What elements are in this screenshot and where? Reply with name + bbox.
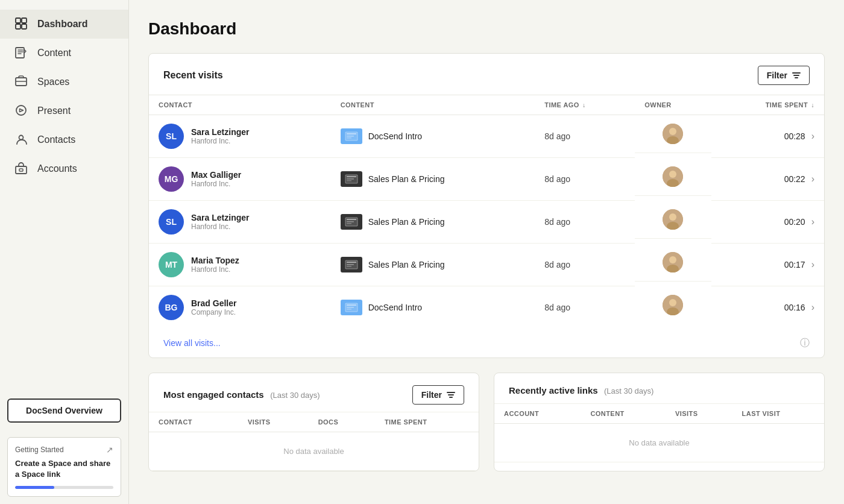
ra-col-account: ACCOUNT [494, 404, 581, 424]
sidebar-item-content[interactable]: Content [0, 39, 128, 68]
me-col-docs[interactable]: DOCS [309, 412, 375, 432]
content-name[interactable]: DocSend Intro [368, 303, 423, 312]
svg-rect-18 [347, 176, 356, 177]
page-title: Dashboard [148, 19, 825, 39]
dashboard-icon [14, 17, 29, 31]
recently-active-meta: (Last 30 days) [604, 386, 653, 395]
expand-chevron-icon[interactable]: › [811, 174, 814, 184]
filter-button[interactable]: Filter [758, 66, 810, 85]
present-icon [14, 104, 29, 118]
info-icon: ⓘ [800, 337, 810, 350]
svg-point-36 [669, 256, 676, 263]
expand-chevron-icon[interactable]: › [811, 131, 814, 142]
svg-rect-2 [16, 24, 20, 29]
content-name[interactable]: Sales Plan & Pricing [368, 217, 445, 227]
contact-company: Hanford Inc. [191, 180, 241, 188]
svg-rect-19 [347, 178, 354, 180]
content-cell: Sales Plan & Pricing [331, 244, 535, 286]
sidebar-nav: Dashboard Content Spaces [0, 0, 128, 398]
contact-name: Brad Geller [191, 298, 236, 308]
sidebar-item-label: Spaces [37, 77, 69, 87]
col-time-ago[interactable]: TIME AGO ↓ [535, 95, 635, 115]
svg-rect-11 [347, 133, 356, 134]
time-ago-cell: 8d ago [535, 201, 635, 244]
me-col-visits[interactable]: VISITS [238, 412, 309, 432]
svg-point-29 [669, 213, 676, 221]
time-ago-cell: 8d ago [535, 115, 635, 158]
table-row: MG Max Galliger Hanford Inc. [149, 158, 824, 201]
time-spent-cell: 00:17 › [711, 244, 824, 286]
avatar: MG [159, 166, 184, 192]
recently-active-title: Recently active links [509, 385, 598, 395]
owner-avatar [663, 209, 683, 230]
svg-point-22 [669, 171, 676, 178]
time-ago-cell: 8d ago [535, 244, 635, 286]
table-row: No data available [149, 432, 479, 471]
most-engaged-title: Most engaged contacts [163, 389, 264, 400]
owner-avatar [663, 166, 683, 187]
svg-rect-41 [347, 309, 351, 310]
ra-col-visits: VISITS [666, 404, 732, 424]
contact-cell: SL Sara Letzinger Hanford Inc. [149, 201, 331, 244]
expand-chevron-icon[interactable]: › [811, 216, 814, 227]
svg-rect-20 [347, 180, 351, 181]
expand-chevron-icon[interactable]: › [811, 259, 814, 270]
view-all-visits-link[interactable]: View all visits... [163, 329, 235, 358]
svg-rect-4 [16, 48, 24, 58]
filter-label: Filter [767, 71, 787, 80]
sidebar-item-accounts[interactable]: Accounts [0, 154, 128, 183]
svg-rect-12 [347, 136, 354, 137]
most-engaged-filter-button[interactable]: Filter [412, 385, 464, 405]
getting-started-title: Getting Started [15, 446, 64, 454]
table-row: SL Sara Letzinger Hanford Inc. [149, 115, 824, 158]
time-spent-value: 00:16 [784, 303, 805, 312]
svg-rect-13 [347, 137, 351, 139]
svg-rect-8 [16, 166, 27, 174]
sort-time-spent-icon: ↓ [811, 102, 814, 109]
contact-company: Hanford Inc. [191, 137, 249, 145]
owner-avatar [663, 124, 683, 144]
content-name[interactable]: Sales Plan & Pricing [368, 260, 445, 269]
contact-cell: BG Brad Geller Company Inc. [149, 286, 331, 329]
recently-active-table: ACCOUNT CONTENT VISITS LAST VISIT No dat… [494, 404, 824, 462]
time-spent-cell: 00:28 › [711, 115, 824, 158]
contact-company: Hanford Inc. [191, 265, 239, 274]
svg-rect-3 [22, 24, 27, 29]
sidebar-item-label: Accounts [37, 163, 77, 174]
avatar: BG [159, 295, 184, 320]
me-col-time-spent[interactable]: TIME SPENT [375, 412, 479, 432]
docsend-overview-button[interactable]: DocSend Overview [7, 398, 121, 423]
svg-rect-40 [347, 307, 354, 308]
time-ago-cell: 8d ago [535, 286, 635, 329]
sidebar-item-spaces[interactable]: Spaces [0, 68, 128, 96]
contact-cell: SL Sara Letzinger Hanford Inc. [149, 115, 331, 158]
content-cell: Sales Plan & Pricing [331, 158, 535, 201]
table-row: No data available [494, 424, 824, 462]
svg-rect-32 [347, 262, 356, 263]
time-spent-value: 00:20 [784, 217, 805, 227]
owner-avatar [663, 252, 683, 272]
recent-visits-title: Recent visits [163, 70, 223, 81]
svg-point-15 [669, 128, 676, 135]
content-name[interactable]: Sales Plan & Pricing [368, 174, 445, 184]
content-name[interactable]: DocSend Intro [368, 131, 423, 141]
recent-visits-header: Recent visits Filter [149, 54, 824, 95]
doc-thumbnail [341, 214, 362, 230]
doc-thumbnail [341, 257, 362, 272]
svg-rect-1 [22, 18, 27, 23]
time-spent-cell: 00:22 › [711, 158, 824, 201]
most-engaged-table: CONTACT VISITS DOCS TIME SPENT No data a… [149, 412, 479, 471]
sidebar-item-present[interactable]: Present [0, 96, 128, 125]
owner-cell [635, 286, 711, 324]
getting-started-card: Getting Started ↗ Create a Space and sha… [7, 437, 121, 497]
sidebar-item-dashboard[interactable]: Dashboard [0, 10, 128, 39]
expand-chevron-icon[interactable]: › [811, 302, 814, 313]
external-link-icon[interactable]: ↗ [106, 445, 113, 455]
contact-name: Maria Topez [191, 256, 239, 265]
getting-started-text: Create a Space and share a Space link [15, 458, 113, 480]
col-time-spent[interactable]: TIME SPENT ↓ [711, 95, 824, 115]
main-content: Dashboard Recent visits Filter CONTACT [129, 0, 844, 504]
sidebar-item-contacts[interactable]: Contacts [0, 125, 128, 154]
recent-visits-table: CONTACT CONTENT TIME AGO ↓ OWNER TIME SP… [149, 95, 824, 329]
svg-rect-9 [19, 169, 23, 171]
